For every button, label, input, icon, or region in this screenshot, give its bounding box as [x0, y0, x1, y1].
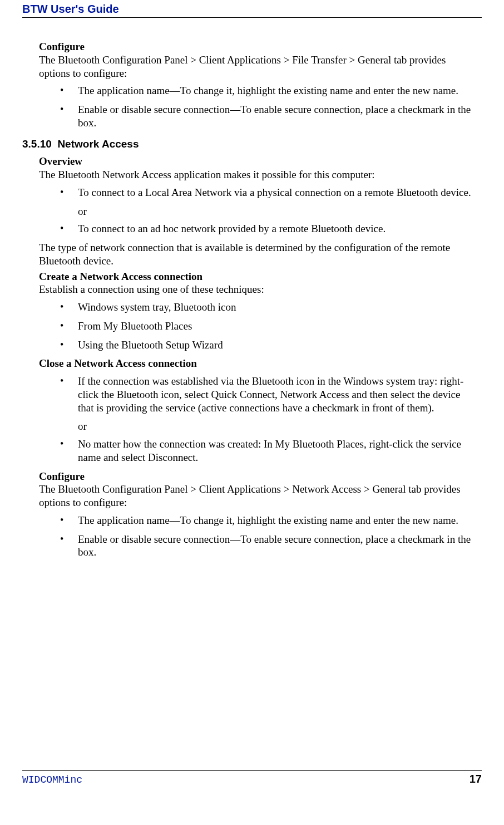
- configure2-list: The application name—To change it, highl…: [39, 514, 476, 559]
- configure-list: The application name—To change it, highl…: [39, 84, 476, 129]
- close-title: Close a Network Access connection: [39, 357, 476, 370]
- overview-list: To connect to a Local Area Network via a…: [39, 186, 476, 199]
- close-list-2: No matter how the connection was created…: [39, 438, 476, 464]
- list-item: To connect to an ad hoc network provided…: [39, 222, 476, 235]
- list-item: Enable or disable secure connection—To e…: [39, 103, 476, 130]
- configure2-title: Configure: [39, 470, 476, 483]
- configure2-intro: The Bluetooth Configuration Panel > Clie…: [39, 483, 476, 509]
- section-heading: 3.5.10 Network Access: [22, 138, 476, 151]
- section-title: Network Access: [57, 138, 139, 150]
- content-area: Configure The Bluetooth Configuration Pa…: [22, 23, 482, 559]
- list-item: If the connection was established via th…: [39, 375, 476, 414]
- list-item: No matter how the connection was created…: [39, 438, 476, 464]
- configure-title: Configure: [39, 40, 476, 53]
- list-item: Windows system tray, Bluetooth icon: [39, 301, 476, 314]
- or-text: or: [39, 420, 476, 433]
- page-number: 17: [470, 772, 482, 786]
- list-item: Enable or disable secure connection—To e…: [39, 533, 476, 559]
- overview-title: Overview: [39, 155, 476, 168]
- create-intro: Establish a connection using one of thes…: [39, 283, 476, 296]
- overview-intro: The Bluetooth Network Access application…: [39, 168, 476, 181]
- header-title: BTW User's Guide: [22, 0, 482, 16]
- header-divider: [22, 17, 482, 18]
- create-title: Create a Network Access connection: [39, 270, 476, 283]
- footer: WIDCOMMinc 17: [22, 770, 482, 787]
- section-number: 3.5.10: [22, 138, 52, 150]
- list-item: The application name—To change it, highl…: [39, 514, 476, 527]
- close-list: If the connection was established via th…: [39, 375, 476, 414]
- list-item: From My Bluetooth Places: [39, 320, 476, 333]
- list-item: The application name—To change it, highl…: [39, 84, 476, 97]
- configure-intro: The Bluetooth Configuration Panel > Clie…: [39, 53, 476, 80]
- footer-divider: [22, 770, 482, 771]
- list-item: Using the Bluetooth Setup Wizard: [39, 338, 476, 352]
- overview-tail: The type of network connection that is a…: [39, 241, 476, 268]
- or-text: or: [39, 205, 476, 218]
- list-item: To connect to a Local Area Network via a…: [39, 186, 476, 199]
- footer-brand: WIDCOMMinc: [22, 774, 82, 787]
- page: BTW User's Guide Configure The Bluetooth…: [0, 0, 504, 790]
- create-list: Windows system tray, Bluetooth icon From…: [39, 301, 476, 351]
- overview-list-2: To connect to an ad hoc network provided…: [39, 222, 476, 235]
